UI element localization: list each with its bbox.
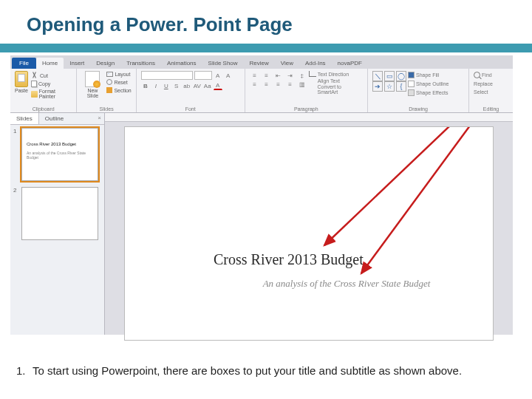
spacing-button[interactable]: AV [193,81,202,90]
svg-line-0 [324,127,480,245]
paste-icon [15,71,28,87]
shrink-font-button[interactable]: A [224,71,233,80]
cut-button[interactable]: Cut [31,71,72,80]
thumbnail-pane: Slides Outline × 1 Cross River 2013 Budg… [10,113,105,335]
group-drawing: ＼ ▭ ◯ ➔ ☆ { Shape Fill Shape Outline Sha… [368,69,469,112]
strike-button[interactable]: S [172,81,181,90]
text-direction-button[interactable]: Text Direction [309,71,363,77]
cut-icon [31,72,38,79]
font-color-button[interactable]: A [214,81,222,90]
align-right-button[interactable]: ≡ [273,80,284,89]
new-slide-button[interactable]: New Slide [81,71,103,98]
text-direction-icon [309,71,316,77]
reset-button[interactable]: Reset [106,78,131,86]
group-font: A A B I U S ab AV Aa A Font [137,69,245,112]
thumb-number: 2 [13,187,19,240]
select-button[interactable]: Select [474,89,488,95]
outdent-button[interactable]: ⇤ [273,71,284,80]
pane-close-button[interactable]: × [95,113,104,124]
shape-fill-button[interactable]: Shape Fill [408,71,449,79]
instruction-number: 1. [16,364,30,378]
linespacing-button[interactable]: ‡ [297,71,307,80]
slide-title-placeholder[interactable]: Cross River 2013 Budget [214,251,364,268]
pane-tab-slides[interactable]: Slides [10,113,39,124]
divider-bar [0,44,532,52]
ribbon-tab-row: File Home Insert Design Transitions Anim… [10,55,513,69]
slide-title: Opening a Power. Point Page [0,0,532,44]
shape-outline-icon [408,81,415,87]
ribbon: Paste Cut Copy Format Painter [10,69,513,113]
tab-review[interactable]: Review [244,58,275,69]
format-painter-button[interactable]: Format Painter [31,88,72,100]
replace-button[interactable]: Replace [474,81,493,87]
shape-brace-icon[interactable]: { [396,81,406,92]
slide-canvas[interactable]: Cross River 2013 Budget An analysis of t… [124,126,494,341]
align-left-button[interactable]: ≡ [250,80,260,89]
group-label-font: Font [141,106,240,112]
slide-canvas-area: Cross River 2013 Budget An analysis of t… [105,113,513,335]
smartart-button[interactable]: Convert to SmartArt [309,84,363,95]
thumb-title: Cross River 2013 Budget [27,142,93,146]
shape-effects-button[interactable]: Shape Effects [408,89,449,97]
find-button[interactable]: Find [474,71,492,79]
section-icon [106,87,112,93]
shape-star-icon[interactable]: ☆ [384,81,395,92]
underline-button[interactable]: U [162,81,171,90]
annotation-arrow [125,127,494,341]
tab-view[interactable]: View [275,58,299,69]
bold-button[interactable]: B [141,81,150,90]
numbering-button[interactable]: ≡ [262,71,272,80]
font-family-select[interactable] [141,71,193,80]
thumb-number: 1 [13,128,19,181]
new-slide-icon [85,71,100,87]
align-text-icon [309,78,316,83]
indent-button[interactable]: ⇥ [285,71,296,80]
italic-button[interactable]: I [151,81,160,90]
slide-thumbnail[interactable]: Cross River 2013 Budget An analysis of t… [21,128,98,181]
format-painter-icon [31,91,38,98]
columns-button[interactable]: ▥ [297,80,307,89]
bullets-button[interactable]: ≡ [250,71,260,80]
powerpoint-screenshot: File Home Insert Design Transitions Anim… [10,55,513,335]
group-slides: New Slide Layout Reset Section Slides [77,69,136,112]
file-tab[interactable]: File [12,58,36,69]
group-label-paragraph: Paragraph [250,106,363,112]
tab-insert[interactable]: Insert [64,58,90,69]
group-editing: Find Replace Select Editing [469,69,513,112]
tab-transitions[interactable]: Transitions [120,58,161,69]
group-label-clipboard: Clipboard [15,106,72,112]
horizontal-ruler [105,113,513,122]
grow-font-button[interactable]: A [214,71,222,80]
layout-button[interactable]: Layout [106,71,131,78]
justify-button[interactable]: ≡ [285,80,296,89]
tab-animations[interactable]: Animations [161,58,202,69]
align-text-button[interactable]: Align Text [309,78,363,83]
tab-slideshow[interactable]: Slide Show [202,58,244,69]
shape-outline-button[interactable]: Shape Outline [408,80,449,88]
layout-icon [106,72,113,77]
shape-line-icon[interactable]: ＼ [372,71,383,81]
shape-arrow-icon[interactable]: ➔ [372,81,383,92]
slide-subtitle-placeholder[interactable]: An analysis of the Cross River State Bud… [236,278,457,290]
shape-fill-icon [408,72,415,78]
case-button[interactable]: Aa [203,81,212,90]
slide-thumbnail[interactable] [21,187,98,240]
group-label-editing: Editing [474,106,508,112]
paste-label: Paste [15,88,28,93]
instruction-body: To start using Powerpoint, there are box… [33,364,462,377]
shape-oval-icon[interactable]: ◯ [396,71,406,81]
font-size-select[interactable] [194,71,212,80]
tab-novapdf[interactable]: novaPDF [332,58,368,69]
shadow-button[interactable]: ab [183,81,191,90]
copy-button[interactable]: Copy [31,80,72,88]
tab-home[interactable]: Home [36,58,64,69]
pane-tab-outline[interactable]: Outline [39,113,69,124]
shape-rect-icon[interactable]: ▭ [384,71,395,81]
group-clipboard: Paste Cut Copy Format Painter [10,69,77,112]
smartart-icon [309,86,316,92]
align-center-button[interactable]: ≡ [262,80,272,89]
paste-button[interactable]: Paste [15,71,28,93]
tab-addins[interactable]: Add-Ins [299,58,332,69]
tab-design[interactable]: Design [90,58,120,69]
section-button[interactable]: Section [106,86,131,94]
